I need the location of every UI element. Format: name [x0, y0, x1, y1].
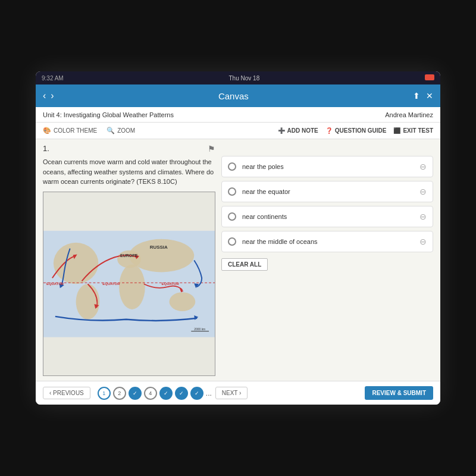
question-left: 1. ⚑ Ocean currents move warm and cold w…	[43, 144, 215, 376]
page-dot-4[interactable]: 4	[144, 387, 157, 400]
nav-icons: ‹ ›	[43, 90, 54, 101]
battery-indicator	[425, 74, 434, 80]
page-dot-3[interactable]: ✓	[129, 387, 142, 400]
page-dot-1[interactable]: 1	[98, 387, 111, 400]
eliminate-icon-3[interactable]: ⊖	[419, 212, 427, 221]
answer-text-3: near continents	[242, 213, 414, 220]
exit-test-button[interactable]: ⬛ EXIT TEST	[393, 127, 433, 134]
screen: 9:32 AM Thu Nov 18 ‹ › Canvas ⬆ ✕ Unit 4…	[36, 71, 440, 405]
zoom-button[interactable]: 🔍 ZOOM	[107, 127, 135, 134]
answer-option-2[interactable]: near the equator ⊖	[221, 181, 433, 202]
svg-point-6	[170, 292, 196, 311]
svg-point-5	[119, 264, 145, 309]
question-header: 1. ⚑	[43, 144, 215, 154]
page-dots: 1 2 ✓ 4 ✓ ✓ ✓ .	[98, 387, 212, 400]
eliminate-icon-4[interactable]: ⊖	[419, 237, 427, 246]
question-guide-label: QUESTION GUIDE	[335, 127, 387, 134]
color-theme-icon: 🎨	[43, 127, 51, 134]
radio-button-2[interactable]	[228, 187, 236, 196]
color-theme-label: COLOR THEME	[54, 127, 97, 134]
answer-text-1: near the poles	[242, 163, 414, 170]
forward-button[interactable]: ›	[51, 90, 54, 101]
zoom-icon: 🔍	[107, 127, 115, 134]
main-content: 1. ⚑ Ocean currents move warm and cold w…	[36, 139, 440, 381]
question-guide-button[interactable]: ❓ QUESTION GUIDE	[325, 127, 387, 134]
zoom-label: ZOOM	[117, 127, 135, 134]
breadcrumb-bar: Unit 4: Investigating Global Weather Pat…	[36, 107, 440, 123]
battery-icon	[425, 74, 434, 82]
header-right-icons: ⬆ ✕	[413, 91, 433, 101]
add-note-button[interactable]: ➕ ADD NOTE	[278, 127, 318, 134]
color-theme-button[interactable]: 🎨 COLOR THEME	[43, 127, 97, 134]
svg-point-2	[76, 284, 100, 320]
status-time: 9:32 AM	[42, 75, 64, 82]
radio-button-3[interactable]	[228, 212, 236, 221]
toolbar-right: ➕ ADD NOTE ❓ QUESTION GUIDE ⬛ EXIT TEST	[278, 127, 433, 134]
answer-option-4[interactable]: near the middle of oceans ⊖	[221, 231, 433, 252]
question-guide-icon: ❓	[325, 127, 333, 134]
unit-title: Unit 4: Investigating Global Weather Pat…	[43, 111, 174, 118]
question-number-label: 1.	[43, 144, 49, 153]
back-button[interactable]: ‹	[43, 90, 46, 101]
map-container: RUSSIA EUROPE EQUATOR EQUATOR EQUATOR 20…	[43, 192, 215, 377]
previous-button[interactable]: ‹ PREVIOUS	[43, 387, 90, 399]
svg-text:EQUATOR: EQUATOR	[46, 282, 64, 286]
toolbar: 🎨 COLOR THEME 🔍 ZOOM ➕ ADD NOTE ❓ QUESTI…	[36, 123, 440, 139]
question-right: near the poles ⊖ near the equator ⊖ near…	[221, 144, 433, 376]
answer-option-1[interactable]: near the poles ⊖	[221, 156, 433, 177]
exit-test-icon: ⬛	[393, 127, 400, 134]
ellipsis: ...	[206, 389, 212, 397]
status-icons	[425, 74, 434, 82]
student-name: Andrea Martinez	[385, 111, 433, 118]
page-dot-7[interactable]: ✓	[190, 387, 203, 400]
question-text: Ocean currents move warm and cold water …	[43, 157, 215, 187]
status-bar: 9:32 AM Thu Nov 18	[36, 71, 440, 84]
clear-all-button[interactable]: CLEAR ALL	[221, 258, 268, 271]
flag-icon[interactable]: ⚑	[208, 144, 215, 154]
review-submit-button[interactable]: REVIEW & SUBMIT	[365, 386, 433, 400]
exit-test-label: EXIT TEST	[403, 127, 433, 134]
eliminate-icon-2[interactable]: ⊖	[419, 187, 427, 196]
device-frame: 9:32 AM Thu Nov 18 ‹ › Canvas ⬆ ✕ Unit 4…	[0, 0, 476, 476]
add-note-plus-icon: ➕	[278, 127, 285, 134]
svg-text:EQUATOR: EQUATOR	[102, 282, 120, 286]
svg-point-1	[54, 242, 98, 284]
share-icon[interactable]: ⬆	[413, 91, 420, 101]
page-dot-5[interactable]: ✓	[159, 387, 173, 400]
svg-text:2000 km: 2000 km	[194, 327, 205, 330]
radio-button-1[interactable]	[228, 162, 236, 171]
question-area: 1. ⚑ Ocean currents move warm and cold w…	[36, 139, 440, 381]
add-note-label: ADD NOTE	[287, 127, 318, 134]
status-date: Thu Nov 18	[229, 75, 260, 82]
next-button[interactable]: NEXT ›	[215, 387, 248, 399]
page-dot-6[interactable]: ✓	[175, 387, 188, 400]
answer-text-2: near the equator	[242, 188, 414, 195]
page-dot-2[interactable]: 2	[113, 387, 126, 400]
svg-text:EQUATOR: EQUATOR	[162, 282, 180, 286]
bottom-nav: ‹ PREVIOUS 1 2 ✓ 4 ✓ ✓	[36, 381, 440, 405]
svg-text:RUSSIA: RUSSIA	[150, 244, 168, 249]
answer-option-3[interactable]: near continents ⊖	[221, 206, 433, 227]
app-title: Canvas	[218, 91, 249, 101]
svg-text:EUROPE: EUROPE	[120, 253, 138, 257]
eliminate-icon-1[interactable]: ⊖	[419, 162, 427, 171]
answer-text-4: near the middle of oceans	[242, 238, 414, 245]
header-bar: ‹ › Canvas ⬆ ✕	[36, 84, 440, 107]
radio-button-4[interactable]	[228, 237, 236, 246]
close-icon[interactable]: ✕	[426, 91, 433, 101]
ocean-currents-map: RUSSIA EUROPE EQUATOR EQUATOR EQUATOR 20…	[43, 192, 215, 376]
